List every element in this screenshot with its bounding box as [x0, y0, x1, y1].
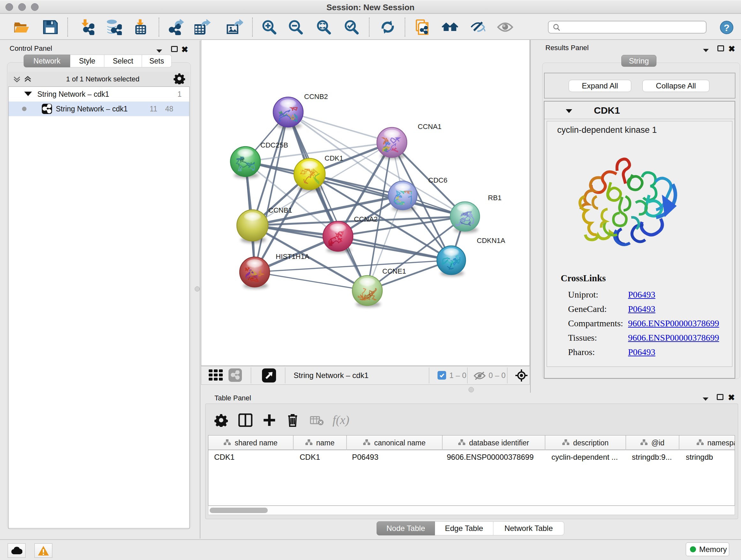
svg-text:HIST1H1A: HIST1H1A: [276, 253, 309, 260]
svg-text:CDC6: CDC6: [428, 176, 448, 184]
svg-text:CDC25B: CDC25B: [260, 141, 288, 149]
svg-text:CCNA1: CCNA1: [418, 123, 442, 131]
svg-text:CCNE1: CCNE1: [382, 267, 406, 275]
svg-text:CDK1: CDK1: [325, 154, 343, 162]
svg-text:RB1: RB1: [488, 194, 502, 202]
svg-text:CDKN1A: CDKN1A: [477, 237, 506, 245]
svg-text:CCNB1: CCNB1: [268, 206, 292, 214]
svg-text:CCNA2: CCNA2: [354, 215, 378, 223]
svg-text:CCNB2: CCNB2: [304, 92, 328, 101]
